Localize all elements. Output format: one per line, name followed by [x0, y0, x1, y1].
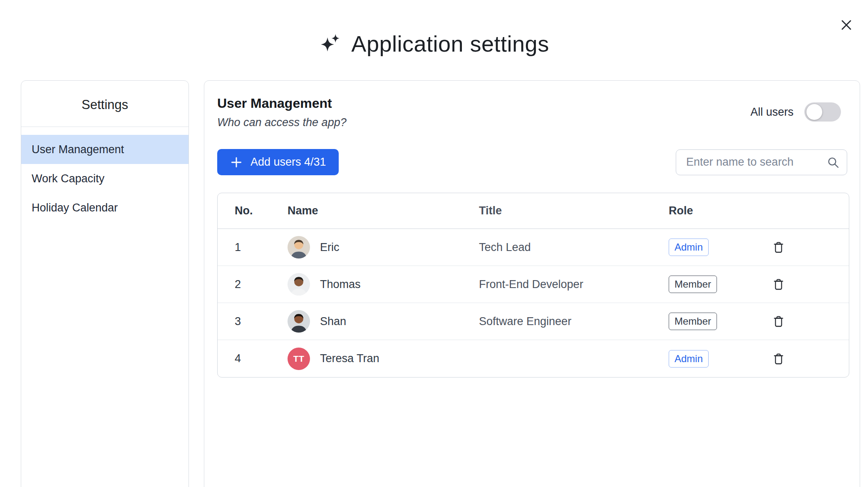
cell-title: Software Engineer: [467, 315, 657, 328]
table-row: 1 Eric Tech Lead Admin: [218, 229, 849, 266]
cell-actions: [760, 352, 849, 365]
trash-icon: [772, 315, 785, 328]
sidebar-item-work-capacity[interactable]: Work Capacity: [21, 164, 188, 193]
column-header-no: No.: [218, 204, 276, 217]
person-avatar-icon: [288, 236, 310, 258]
role-badge[interactable]: Member: [669, 313, 717, 330]
close-icon: [839, 18, 853, 32]
avatar: [288, 236, 310, 258]
search-box: [676, 149, 847, 175]
trash-icon: [772, 278, 785, 291]
cell-name: Thomas: [276, 273, 467, 296]
sparkles-icon: [319, 32, 342, 55]
sidebar-item-holiday-calendar[interactable]: Holiday Calendar: [21, 193, 188, 222]
add-users-label: Add users 4/31: [250, 156, 326, 169]
user-name: Eric: [320, 241, 340, 254]
delete-user-button[interactable]: [772, 278, 785, 291]
table-row: 3 Shan Software Engineer Member: [218, 303, 849, 340]
dialog-title: Application settings: [351, 31, 549, 57]
role-badge[interactable]: Admin: [669, 350, 709, 368]
users-table-header: No. Name Title Role: [218, 193, 849, 229]
table-row: 2 Thomas Front-End Developer Member: [218, 266, 849, 303]
avatar: [288, 273, 310, 296]
avatar-initials: TT: [293, 354, 305, 364]
cell-no: 2: [218, 278, 276, 291]
toggle-knob: [806, 104, 822, 120]
all-users-toggle[interactable]: [804, 102, 841, 122]
table-row: 4 TT Teresa Tran Admin: [218, 340, 849, 377]
column-header-name: Name: [276, 204, 467, 217]
all-users-control: All users: [750, 102, 841, 122]
cell-no: 3: [218, 315, 276, 328]
user-name: Shan: [320, 315, 346, 328]
cell-role: Admin: [657, 239, 760, 256]
sidebar-title: Settings: [21, 81, 188, 127]
sidebar-nav: User Management Work Capacity Holiday Ca…: [21, 135, 188, 222]
plus-icon: [230, 156, 243, 169]
cell-name: Shan: [276, 310, 467, 333]
users-table-body: 1 Eric Tech Lead Admin: [218, 229, 849, 377]
delete-user-button[interactable]: [772, 241, 785, 254]
cell-name: Eric: [276, 236, 467, 258]
delete-user-button[interactable]: [772, 315, 785, 328]
panel-title: User Management: [217, 96, 347, 111]
cell-no: 4: [218, 352, 276, 365]
delete-user-button[interactable]: [772, 352, 785, 365]
column-header-role: Role: [657, 204, 760, 217]
trash-icon: [772, 352, 785, 365]
user-name: Thomas: [320, 278, 361, 291]
avatar: [288, 310, 310, 333]
cell-role: Member: [657, 276, 760, 293]
cell-name: TT Teresa Tran: [276, 348, 467, 370]
cell-actions: [760, 278, 849, 291]
add-users-button[interactable]: Add users 4/31: [217, 149, 339, 175]
cell-title: Tech Lead: [467, 241, 657, 254]
person-avatar-icon: [288, 310, 310, 333]
cell-no: 1: [218, 241, 276, 254]
person-avatar-icon: [288, 273, 310, 296]
cell-role: Member: [657, 313, 760, 330]
search-input[interactable]: [676, 149, 847, 175]
cell-actions: [760, 315, 849, 328]
role-badge[interactable]: Admin: [669, 239, 709, 256]
user-name: Teresa Tran: [320, 352, 379, 365]
users-table: No. Name Title Role 1 Eric Tech Lead Adm…: [217, 193, 849, 378]
all-users-label: All users: [750, 106, 794, 119]
role-badge[interactable]: Member: [669, 276, 717, 293]
close-button[interactable]: [838, 17, 855, 33]
user-management-panel: User Management Who can access the app? …: [204, 80, 860, 487]
cell-actions: [760, 241, 849, 254]
cell-role: Admin: [657, 350, 760, 368]
application-settings-dialog: { "dialog": { "title": "Application sett…: [0, 0, 868, 487]
settings-sidebar: Settings User Management Work Capacity H…: [21, 80, 189, 487]
sidebar-item-user-management[interactable]: User Management: [21, 135, 188, 164]
cell-title: Front-End Developer: [467, 278, 657, 291]
dialog-header: Application settings: [0, 31, 868, 57]
panel-heading-group: User Management Who can access the app?: [217, 96, 347, 129]
avatar: TT: [288, 348, 310, 370]
column-header-title: Title: [467, 204, 657, 217]
trash-icon: [772, 241, 785, 254]
panel-subtitle: Who can access the app?: [217, 116, 347, 129]
